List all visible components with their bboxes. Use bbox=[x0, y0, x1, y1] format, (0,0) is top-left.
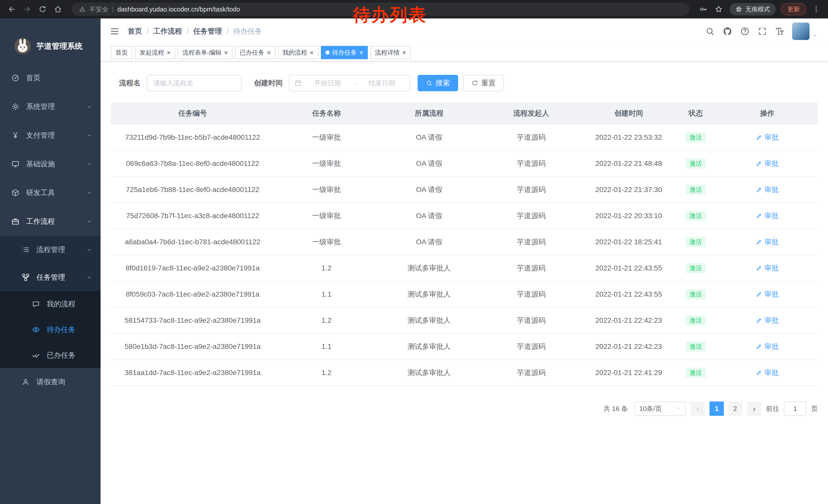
page-button-2[interactable]: 2 bbox=[728, 402, 742, 416]
approve-link[interactable]: 审批 bbox=[756, 211, 779, 221]
reload-icon[interactable] bbox=[36, 3, 49, 16]
content: 流程名 创建时间 开始日期 - 结束日期 搜索 bbox=[100, 61, 828, 504]
approve-link[interactable]: 审批 bbox=[756, 342, 779, 352]
filter-form: 流程名 创建时间 开始日期 - 结束日期 搜索 bbox=[111, 75, 818, 91]
tab-todo-task[interactable]: 待办任务× bbox=[321, 46, 368, 59]
sidebar-item-todo-task[interactable]: 待办任务 bbox=[0, 317, 100, 342]
address-divider: | bbox=[112, 6, 114, 13]
sidebar-item-label: 基础设施 bbox=[26, 159, 86, 169]
search-icon[interactable] bbox=[703, 24, 717, 39]
table-row: 58154733-7ac8-11ec-a9e2-a2380e71991a1.2测… bbox=[111, 307, 818, 333]
tab-close-icon[interactable]: × bbox=[167, 49, 171, 56]
avatar[interactable] bbox=[792, 22, 810, 40]
forward-icon[interactable] bbox=[20, 3, 34, 16]
tab-close-icon[interactable]: × bbox=[267, 49, 271, 56]
page-unit-label: 页 bbox=[811, 404, 818, 413]
fullscreen-icon[interactable] bbox=[755, 24, 770, 39]
tab-label: 已办任务 bbox=[240, 48, 264, 57]
sidebar-item-workflow[interactable]: 工作流程 bbox=[0, 207, 100, 236]
process-name-input[interactable] bbox=[147, 75, 242, 91]
sidebar-item-label: 我的流程 bbox=[47, 299, 92, 309]
sidebar-item-my-process[interactable]: 我的流程 bbox=[0, 291, 100, 317]
menu-dots-icon[interactable] bbox=[810, 3, 823, 16]
tab-form-edit[interactable]: 流程表单-编辑× bbox=[178, 46, 233, 59]
incognito-badge: 无痕模式 bbox=[730, 3, 776, 15]
back-icon[interactable] bbox=[5, 3, 18, 16]
cell-task-name: 一级审批 bbox=[275, 177, 379, 203]
chevron-down-icon bbox=[86, 161, 92, 167]
github-icon[interactable] bbox=[720, 24, 735, 39]
app-title: 芋道管理系统 bbox=[36, 41, 83, 51]
tab-process-detail[interactable]: 流程详情× bbox=[370, 46, 411, 59]
list-icon bbox=[22, 245, 30, 254]
gauge-icon bbox=[11, 74, 19, 82]
approve-link[interactable]: 审批 bbox=[756, 263, 779, 273]
flow-icon bbox=[22, 273, 30, 281]
cell-create-time: 2022-01-22 23:53:32 bbox=[583, 124, 675, 150]
goto-page-input[interactable] bbox=[784, 402, 806, 416]
tab-done-task[interactable]: 已办任务× bbox=[235, 46, 275, 59]
tab-close-icon[interactable]: × bbox=[310, 49, 314, 56]
topbar: 首页/工作流程/任务管理/待办任务 bbox=[100, 18, 828, 44]
question-icon[interactable] bbox=[738, 24, 752, 39]
reset-button[interactable]: 重置 bbox=[463, 75, 504, 91]
screen: 不安全 | dashboard.yudao.iocoder.cn/bpm/tas… bbox=[0, 0, 828, 504]
font-size-icon[interactable] bbox=[773, 24, 787, 39]
status-badge: 激活 bbox=[686, 211, 706, 221]
breadcrumb-item[interactable]: 任务管理 bbox=[194, 27, 222, 36]
cell-process: 测试多审批人 bbox=[379, 281, 480, 307]
tab-label: 待办任务 bbox=[332, 48, 357, 57]
key-icon[interactable] bbox=[697, 3, 710, 16]
approve-link[interactable]: 审批 bbox=[756, 237, 779, 247]
cell-task-id: 75d72608-7b7f-11ec-a3c8-acde48001122 bbox=[111, 203, 275, 229]
update-button[interactable]: 更新 bbox=[781, 3, 806, 15]
sidebar-item-dev-tools[interactable]: 研发工具 bbox=[0, 178, 100, 207]
page-size-select[interactable]: 10条/页 bbox=[634, 402, 686, 416]
star-icon[interactable] bbox=[712, 3, 726, 16]
warning-icon bbox=[79, 6, 86, 12]
cell-status: 激活 bbox=[675, 333, 717, 360]
approve-link[interactable]: 审批 bbox=[756, 133, 779, 142]
date-range-picker[interactable]: 开始日期 - 结束日期 bbox=[289, 75, 410, 91]
status-badge: 激活 bbox=[686, 237, 706, 247]
approve-link[interactable]: 审批 bbox=[756, 368, 779, 378]
logo-image bbox=[14, 38, 31, 54]
sidebar-item-infrastructure[interactable]: 基础设施 bbox=[0, 150, 100, 178]
breadcrumb-item[interactable]: 工作流程 bbox=[153, 27, 182, 36]
approve-link[interactable]: 审批 bbox=[756, 159, 779, 169]
sidebar-item-leave-query[interactable]: 请假查询 bbox=[0, 368, 100, 396]
sidebar-item-done-task[interactable]: 已办任务 bbox=[0, 342, 100, 368]
sidebar-item-payment-mgmt[interactable]: 支付管理 bbox=[0, 121, 100, 150]
cell-action: 审批 bbox=[717, 333, 818, 360]
cell-action: 审批 bbox=[717, 281, 818, 307]
url-text: dashboard.yudao.iocoder.cn/bpm/task/todo bbox=[118, 6, 240, 13]
approve-link[interactable]: 审批 bbox=[756, 185, 779, 194]
collapse-sidebar-button[interactable] bbox=[110, 27, 120, 36]
tab-close-icon[interactable]: × bbox=[402, 49, 406, 56]
edit-icon bbox=[756, 265, 762, 272]
sidebar-item-home[interactable]: 首页 bbox=[0, 63, 100, 92]
next-page-button[interactable]: › bbox=[747, 402, 761, 416]
tab-home[interactable]: 首页 bbox=[111, 46, 132, 59]
tab-close-icon[interactable]: × bbox=[224, 49, 228, 56]
cell-task-id: 8f059c03-7ac8-11ec-a9e2-a2380e71991a bbox=[111, 281, 275, 307]
gear-icon bbox=[11, 102, 19, 111]
tab-start-process[interactable]: 发起流程× bbox=[135, 46, 175, 59]
cell-initiator: 芋道源码 bbox=[480, 360, 583, 386]
prev-page-button[interactable]: ‹ bbox=[691, 402, 705, 416]
home-icon[interactable] bbox=[51, 3, 65, 16]
tab-close-icon[interactable]: × bbox=[359, 49, 363, 56]
sidebar-item-system-mgmt[interactable]: 系统管理 bbox=[0, 92, 100, 121]
search-button[interactable]: 搜索 bbox=[418, 75, 458, 91]
tab-my-process[interactable]: 我的流程× bbox=[278, 46, 318, 59]
edit-icon bbox=[756, 317, 762, 324]
sidebar-item-process-mgmt[interactable]: 流程管理 bbox=[0, 236, 100, 264]
sidebar-item-task-mgmt[interactable]: 任务管理 bbox=[0, 264, 100, 291]
approve-link[interactable]: 审批 bbox=[756, 316, 779, 325]
approve-link[interactable]: 审批 bbox=[756, 289, 779, 299]
tab-label: 流程表单-编辑 bbox=[182, 48, 221, 57]
breadcrumb-item[interactable]: 首页 bbox=[128, 27, 142, 36]
cell-task-id: a6aba0a4-7b6d-11ec-b781-acde48001122 bbox=[111, 229, 275, 255]
edit-icon bbox=[756, 239, 762, 245]
page-button-1[interactable]: 1 bbox=[709, 402, 724, 416]
